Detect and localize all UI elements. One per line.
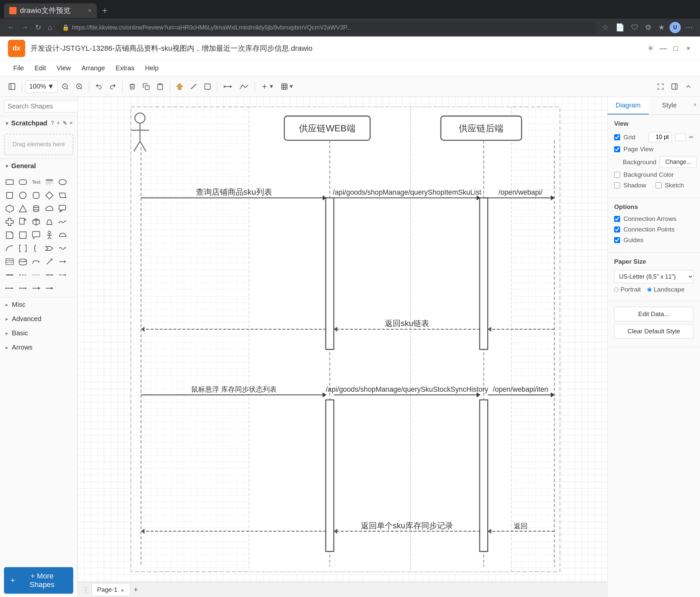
shape-hexagon[interactable]	[3, 202, 16, 215]
shape-arrow-2[interactable]	[56, 255, 69, 268]
panel-close-btn[interactable]: ×	[690, 97, 700, 114]
general-header[interactable]: ▼ General	[0, 159, 77, 173]
close-btn[interactable]: ×	[685, 45, 692, 52]
grid-color-btn[interactable]	[675, 134, 686, 141]
shape-squiggle[interactable]	[56, 242, 69, 255]
scratchpad-edit-icon[interactable]: ✎	[62, 120, 67, 126]
scratchpad-header[interactable]: ▼ Scratchpad ? + ✎ ×	[0, 116, 77, 130]
menu-extras[interactable]: Extras	[110, 62, 140, 74]
shape-circle[interactable]	[17, 189, 29, 202]
back-btn[interactable]: ←	[5, 21, 17, 34]
delete-btn[interactable]	[126, 80, 139, 93]
shape-cloud[interactable]	[43, 202, 56, 215]
portrait-radio[interactable]	[614, 288, 619, 292]
grid-value-input[interactable]	[649, 132, 672, 142]
border-btn[interactable]	[201, 80, 214, 93]
shape-line-7[interactable]	[17, 282, 29, 294]
menu-view[interactable]: View	[51, 62, 76, 74]
menu-help[interactable]: Help	[140, 62, 164, 74]
shape-arc[interactable]	[3, 242, 16, 255]
shape-swoosh[interactable]	[30, 255, 43, 268]
shape-line-5[interactable]	[56, 269, 69, 281]
shape-cylinder-2[interactable]	[17, 255, 29, 268]
star-btn[interactable]: ☆	[600, 21, 611, 34]
zoom-control[interactable]: 100% ▼	[26, 80, 58, 93]
bg-color-checkbox[interactable]	[614, 172, 620, 178]
shape-line-6[interactable]	[3, 282, 16, 294]
shape-callout[interactable]	[56, 202, 69, 215]
theme-icon[interactable]: ☀	[647, 44, 654, 53]
grid-edit-btn[interactable]: ✏	[689, 134, 693, 140]
connection-style-btn[interactable]	[221, 80, 235, 93]
landscape-option[interactable]: Landscape	[647, 286, 684, 293]
scratchpad-add-icon[interactable]: +	[57, 120, 60, 126]
page-tab-1[interactable]: Page-1 ▲	[92, 583, 130, 596]
shape-line-2[interactable]	[17, 269, 29, 281]
shape-semicircle[interactable]	[56, 229, 69, 241]
shape-cube[interactable]	[30, 216, 43, 228]
menu-edit[interactable]: Edit	[29, 62, 51, 74]
shape-square[interactable]	[3, 189, 16, 202]
page-view-checkbox[interactable]	[614, 146, 620, 152]
add-page-btn[interactable]: +	[130, 584, 141, 595]
shape-diag-arrow[interactable]	[43, 255, 56, 268]
collapse-btn[interactable]	[682, 80, 695, 93]
undo-btn[interactable]	[93, 80, 105, 93]
shadow-checkbox[interactable]	[614, 183, 620, 188]
redo-btn[interactable]	[106, 80, 119, 93]
shape-text[interactable]: Text	[30, 176, 43, 188]
portrait-option[interactable]: Portrait	[614, 286, 641, 293]
advanced-header[interactable]: ► Advanced	[0, 312, 77, 326]
shape-bracket[interactable]	[17, 242, 29, 255]
misc-header[interactable]: ► Misc	[0, 297, 77, 312]
insert-btn[interactable]: ▼	[258, 80, 277, 93]
sidebar-toggle-btn[interactable]	[5, 80, 19, 93]
conn-arrows-checkbox[interactable]	[614, 216, 620, 222]
more-shapes-btn[interactable]: + + More Shapes	[4, 567, 73, 594]
forward-btn[interactable]: →	[19, 21, 30, 34]
page-menu-btn[interactable]: ⋮	[80, 585, 92, 595]
canvas-area[interactable]: 供应链WEB端 供应链后端	[78, 97, 607, 582]
menu-btn[interactable]: ⋯	[683, 21, 695, 34]
scratchpad-close-icon[interactable]: ×	[70, 120, 73, 126]
basic-header[interactable]: ► Basic	[0, 326, 77, 340]
shape-rounded-rect[interactable]	[17, 176, 29, 188]
shape-heading[interactable]	[43, 176, 56, 188]
paper-size-select[interactable]: US-Letter (8,5" x 11")	[614, 270, 693, 283]
maximize-btn[interactable]: □	[672, 45, 679, 52]
shape-rect-outline[interactable]	[17, 229, 29, 241]
shape-document[interactable]	[17, 216, 29, 228]
shape-wave[interactable]	[56, 216, 69, 228]
shape-parallelogram[interactable]	[56, 189, 69, 202]
zoom-out-btn[interactable]	[59, 80, 72, 93]
favs-btn[interactable]: ★	[656, 21, 667, 34]
shape-table[interactable]: List Item	[3, 255, 16, 268]
home-btn[interactable]: ⌂	[46, 21, 54, 34]
edit-data-btn[interactable]: Edit Data...	[614, 307, 693, 321]
shape-line-1[interactable]	[3, 269, 16, 281]
shape-cross[interactable]	[3, 216, 16, 228]
shape-line-9[interactable]	[43, 282, 56, 294]
shape-rectangle[interactable]	[3, 176, 16, 188]
extensions-btn[interactable]: 📄	[614, 21, 626, 34]
shape-brace[interactable]	[30, 242, 43, 255]
zoom-in-btn[interactable]	[73, 80, 85, 93]
fullscreen-btn[interactable]	[654, 80, 667, 93]
puzzle-btn[interactable]: ⚙	[643, 21, 654, 34]
shield-btn[interactable]: 🛡	[629, 21, 640, 34]
menu-arrange[interactable]: Arrange	[76, 62, 110, 74]
shape-speech-bubble[interactable]	[30, 229, 43, 241]
shape-note[interactable]	[3, 229, 16, 241]
shape-cylinder[interactable]	[30, 202, 43, 215]
clear-default-btn[interactable]: Clear Default Style	[614, 324, 693, 339]
shape-step[interactable]	[43, 242, 56, 255]
paste-btn[interactable]	[154, 80, 166, 93]
user-avatar[interactable]: U	[670, 22, 681, 33]
browser-tab[interactable]: drawio文件预览 ×	[4, 3, 97, 18]
minimize-btn[interactable]: —	[659, 45, 667, 52]
refresh-btn[interactable]: ↻	[33, 21, 43, 34]
address-bar[interactable]: 🔒 https://file.kkview.cn/onlinePreview?u…	[57, 21, 598, 34]
menu-file[interactable]: File	[8, 62, 29, 74]
shape-ellipse[interactable]	[56, 176, 69, 188]
grid-checkbox[interactable]	[614, 134, 620, 140]
